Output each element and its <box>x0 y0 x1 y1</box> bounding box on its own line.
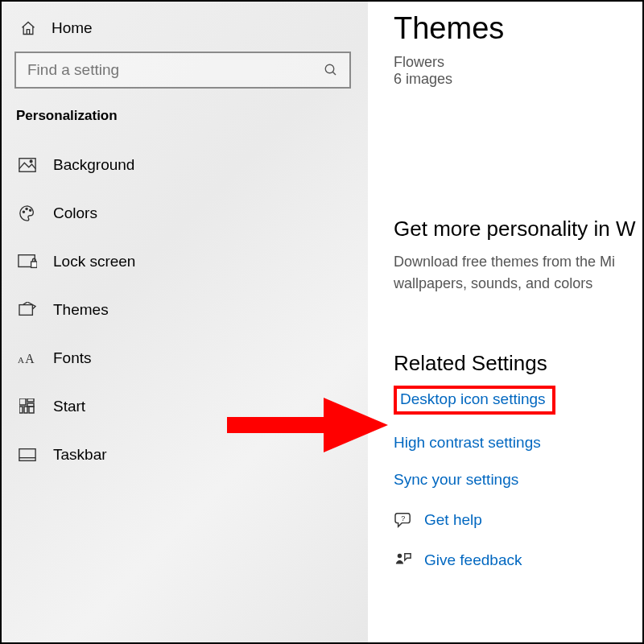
current-theme-name: Flowers <box>394 54 642 71</box>
palette-icon <box>18 204 37 222</box>
nav-start[interactable]: Start <box>18 398 368 415</box>
svg-text:?: ? <box>401 514 405 522</box>
start-icon <box>18 398 37 415</box>
nav-taskbar[interactable]: Taskbar <box>18 446 368 464</box>
svg-point-3 <box>30 160 32 163</box>
taskbar-icon <box>18 448 37 462</box>
svg-rect-12 <box>19 398 26 405</box>
themes-icon <box>18 302 37 318</box>
get-help-row[interactable]: ? Get help <box>394 511 642 529</box>
svg-line-1 <box>332 72 336 75</box>
svg-point-21 <box>398 554 402 558</box>
lock-screen-icon <box>18 254 37 270</box>
svg-rect-8 <box>31 262 37 267</box>
current-theme-count: 6 images <box>394 71 642 88</box>
give-feedback-link[interactable]: Give feedback <box>424 551 522 569</box>
nav-fonts[interactable]: A A Fonts <box>18 349 368 367</box>
search-box[interactable] <box>14 52 351 89</box>
store-body: Download free themes from the Mi wallpap… <box>394 251 642 295</box>
search-input[interactable] <box>27 61 309 79</box>
related-settings-heading: Related Settings <box>394 351 642 376</box>
svg-rect-15 <box>19 407 23 413</box>
svg-point-4 <box>23 211 24 213</box>
home-button[interactable]: Home <box>14 2 368 52</box>
settings-sidebar: Home Personalization Background <box>2 2 368 642</box>
svg-point-6 <box>30 209 31 211</box>
nav-background[interactable]: Background <box>18 156 368 174</box>
fonts-icon: A A <box>18 351 37 365</box>
highlight-box: Desktop icon settings <box>394 386 555 415</box>
nav-label: Start <box>53 398 85 415</box>
search-icon <box>324 63 338 77</box>
home-icon <box>19 20 37 36</box>
nav-lock-screen[interactable]: Lock screen <box>18 253 368 270</box>
nav-label: Colors <box>53 204 97 222</box>
svg-point-5 <box>26 208 27 209</box>
svg-rect-18 <box>19 449 35 461</box>
page-title: Themes <box>394 11 642 46</box>
nav-list: Background Colors Lock screen <box>14 156 368 464</box>
feedback-icon <box>394 552 413 568</box>
nav-colors[interactable]: Colors <box>18 204 368 222</box>
nav-label: Background <box>53 156 134 174</box>
main-panel: Themes Flowers 6 images Get more persona… <box>368 2 642 642</box>
sync-settings-link[interactable]: Sync your settings <box>394 471 518 489</box>
svg-rect-17 <box>29 407 34 413</box>
section-heading: Personalization <box>16 108 368 124</box>
nav-label: Fonts <box>53 349 92 367</box>
svg-text:A: A <box>25 352 35 365</box>
svg-rect-16 <box>24 407 27 413</box>
get-help-link[interactable]: Get help <box>424 511 482 529</box>
nav-label: Themes <box>53 301 109 319</box>
svg-rect-13 <box>27 398 34 402</box>
high-contrast-settings-link[interactable]: High contrast settings <box>394 434 541 452</box>
home-label: Home <box>52 19 93 37</box>
give-feedback-row[interactable]: Give feedback <box>394 551 642 569</box>
nav-label: Taskbar <box>53 446 107 464</box>
desktop-icon-settings-link[interactable]: Desktop icon settings <box>400 390 546 408</box>
help-icon: ? <box>394 512 413 528</box>
store-heading: Get more personality in W <box>394 217 642 242</box>
svg-point-0 <box>325 64 334 73</box>
nav-label: Lock screen <box>53 253 135 270</box>
picture-icon <box>18 157 37 173</box>
svg-rect-9 <box>19 305 32 316</box>
nav-themes[interactable]: Themes <box>18 301 368 319</box>
svg-text:A: A <box>18 355 24 365</box>
